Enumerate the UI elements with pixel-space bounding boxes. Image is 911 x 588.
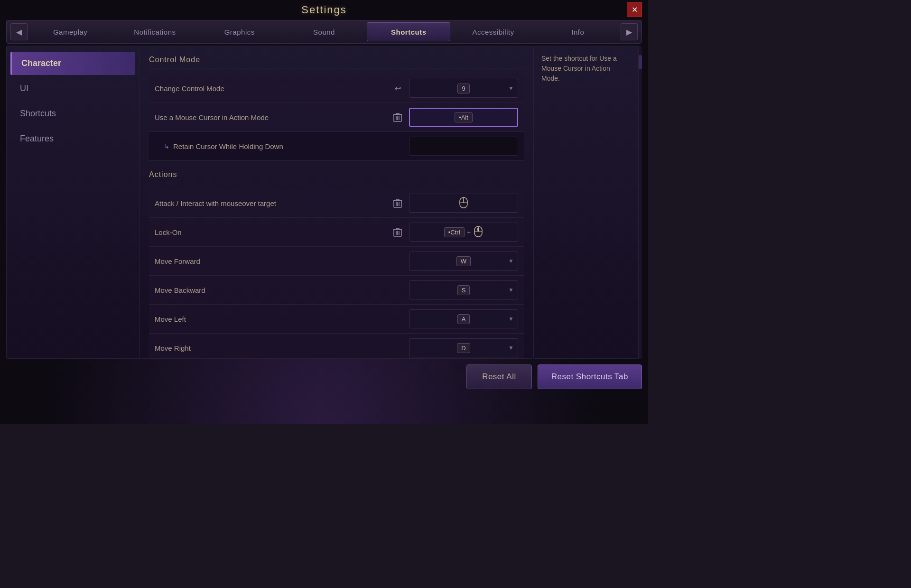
shortcut-label-attack-interact: Attack / Interact with mouseover target <box>155 199 390 207</box>
dropdown-arrow-icon: ▼ <box>508 345 514 351</box>
shortcut-row-move-right: Move Right D ▼ <box>149 334 524 359</box>
dropdown-arrow-icon: ▼ <box>508 85 514 92</box>
trash-icon <box>393 227 402 237</box>
key-binding-move-forward[interactable]: W ▼ <box>409 252 518 271</box>
section-header-control-mode: Control Mode <box>149 56 524 68</box>
key-binding-lock-on[interactable]: •Ctrl + <box>409 223 518 242</box>
window-title: Settings <box>301 4 347 16</box>
key-badge-ctrl: •Ctrl <box>444 227 465 237</box>
dropdown-arrow-icon: ▼ <box>508 316 514 322</box>
reset-shortcuts-tab-button[interactable]: Reset Shortcuts Tab <box>538 364 642 389</box>
sidebar-item-ui[interactable]: UI <box>10 77 135 100</box>
shortcut-label-move-left: Move Left <box>155 315 409 323</box>
shortcut-label-change-control-mode: Change Control Mode <box>155 84 390 93</box>
mouse-scroll-icon <box>474 226 483 238</box>
key-binding-change-control-mode[interactable]: 9 ▼ <box>409 79 518 98</box>
shortcut-row-move-left: Move Left A ▼ <box>149 305 524 334</box>
tab-sound[interactable]: Sound <box>282 22 366 41</box>
key-binding-retain-cursor[interactable] <box>409 137 518 156</box>
content-panel: Control Mode Change Control Mode ↩ 9 ▼ U… <box>139 46 534 359</box>
mouse-left-icon <box>459 197 468 209</box>
shortcut-row-mouse-cursor: Use a Mouse Cursor in Action Mode •Alt <box>149 103 524 132</box>
shortcut-label-move-backward: Move Backward <box>155 286 409 294</box>
sidebar-item-character[interactable]: Character <box>10 52 135 75</box>
close-button[interactable]: ✕ <box>627 2 642 17</box>
info-panel: Set the shortcut for Use a Mouse Cursor … <box>534 46 638 359</box>
shortcut-row-move-forward: Move Forward W ▼ <box>149 247 524 276</box>
key-badge-s: S <box>457 285 470 295</box>
sub-arrow-icon: ↳ <box>164 143 169 150</box>
nav-right-arrow[interactable]: ▶ <box>621 23 638 40</box>
key-badge-9: 9 <box>457 84 469 93</box>
sidebar: Character UI Shortcuts Features <box>6 46 139 359</box>
shortcut-row-move-backward: Move Backward S ▼ <box>149 276 524 305</box>
scroll-indicator[interactable] <box>638 46 642 359</box>
key-badge-d: D <box>457 343 470 353</box>
delete-lock-on-button[interactable] <box>390 224 405 240</box>
title-bar: Settings ✕ <box>6 0 642 18</box>
key-binding-move-left[interactable]: A ▼ <box>409 309 518 328</box>
key-badge-alt: •Alt <box>455 112 473 122</box>
reset-all-button[interactable]: Reset All <box>466 364 532 389</box>
trash-icon <box>393 112 402 122</box>
shortcut-label-retain-cursor: Retain Cursor While Holding Down <box>173 142 409 150</box>
sidebar-item-features[interactable]: Features <box>10 127 135 150</box>
key-binding-move-backward[interactable]: S ▼ <box>409 280 518 299</box>
scroll-thumb[interactable] <box>639 55 642 69</box>
shortcut-label-move-right: Move Right <box>155 344 409 352</box>
tab-shortcuts[interactable]: Shortcuts <box>367 22 450 41</box>
shortcut-row-change-control-mode: Change Control Mode ↩ 9 ▼ <box>149 74 524 103</box>
delete-attack-button[interactable] <box>390 196 405 211</box>
key-binding-attack-interact[interactable] <box>409 194 518 213</box>
shortcut-label-mouse-cursor: Use a Mouse Cursor in Action Mode <box>155 113 390 121</box>
tab-accessibility[interactable]: Accessibility <box>451 22 535 41</box>
shortcut-label-move-forward: Move Forward <box>155 257 409 265</box>
shortcut-label-lock-on: Lock-On <box>155 228 390 236</box>
tab-info[interactable]: Info <box>536 22 620 41</box>
key-binding-mouse-cursor[interactable]: •Alt <box>409 108 518 127</box>
nav-tabs: ◀ Gameplay Notifications Graphics Sound … <box>6 20 642 44</box>
delete-mouse-cursor-button[interactable] <box>390 110 405 125</box>
key-badge-w: W <box>456 256 471 266</box>
tab-graphics[interactable]: Graphics <box>198 22 281 41</box>
tab-gameplay[interactable]: Gameplay <box>28 22 112 41</box>
tab-notifications[interactable]: Notifications <box>113 22 196 41</box>
reset-control-mode-button[interactable]: ↩ <box>390 81 405 96</box>
shortcut-row-retain-cursor: ↳ Retain Cursor While Holding Down <box>149 132 524 161</box>
svg-rect-21 <box>477 228 479 231</box>
dropdown-arrow-icon: ▼ <box>508 258 514 264</box>
bottom-bar: Reset All Reset Shortcuts Tab <box>6 359 642 393</box>
shortcut-row-attack-interact: Attack / Interact with mouseover target <box>149 189 524 218</box>
nav-left-arrow[interactable]: ◀ <box>10 23 28 40</box>
key-binding-move-right[interactable]: D ▼ <box>409 338 518 357</box>
key-badge-a: A <box>457 314 470 324</box>
sidebar-item-shortcuts[interactable]: Shortcuts <box>10 102 135 125</box>
section-header-actions: Actions <box>149 170 524 183</box>
dropdown-arrow-icon: ▼ <box>508 287 514 293</box>
trash-icon <box>393 198 402 208</box>
shortcut-row-lock-on: Lock-On •Ctrl + <box>149 218 524 247</box>
